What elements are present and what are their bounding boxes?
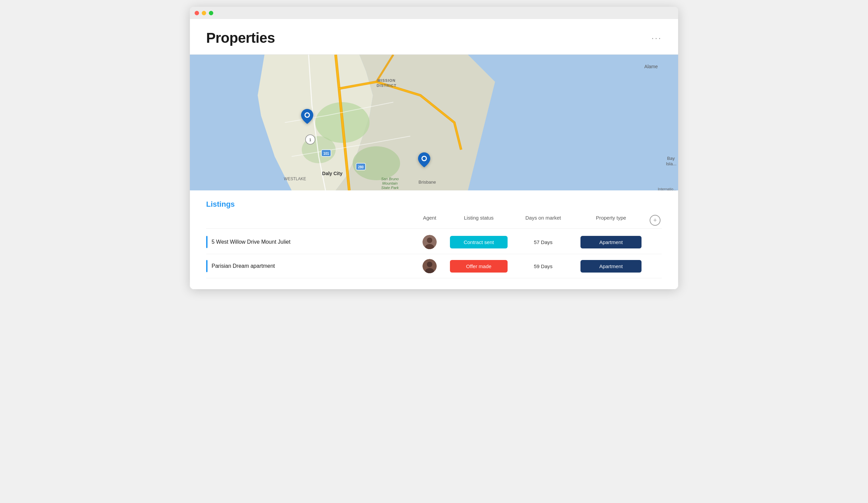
svg-text:Mountain: Mountain (382, 181, 397, 185)
days-cell: 59 Days (513, 263, 574, 269)
svg-text:Bay: Bay (667, 156, 675, 161)
status-cell: Offer made (445, 260, 513, 273)
col-prop-type: Property type (574, 215, 648, 226)
svg-point-30 (427, 238, 432, 243)
table-header: Agent Listing status Days on market Prop… (206, 215, 662, 229)
svg-marker-6 (468, 55, 678, 190)
table-row: 5 West Willow Drive Mount Juliet Contrac… (206, 230, 662, 254)
app-window: Properties ··· (190, 7, 678, 289)
svg-text:Daly City: Daly City (322, 171, 342, 176)
svg-text:101: 101 (323, 152, 329, 155)
table-row: Parisian Dream apartment Offer made 59 D… (206, 254, 662, 278)
status-cell: Contract sent (445, 236, 513, 249)
svg-text:State Park: State Park (381, 186, 399, 190)
svg-point-33 (427, 262, 432, 267)
add-listing-button[interactable]: + (650, 215, 661, 226)
titlebar (190, 7, 678, 19)
svg-text:MISSION: MISSION (378, 78, 395, 82)
maximize-button[interactable] (209, 11, 213, 15)
col-address (210, 215, 414, 226)
address-cell: 5 West Willow Drive Mount Juliet (206, 236, 414, 248)
address-cell: Parisian Dream apartment (206, 260, 414, 272)
avatar (423, 235, 437, 249)
svg-text:280: 280 (358, 165, 364, 169)
svg-text:Internatio...: Internatio... (658, 187, 676, 190)
status-badge: Contract sent (450, 236, 508, 249)
col-agent: Agent (414, 215, 445, 226)
agent-cell (414, 235, 445, 249)
minimize-button[interactable] (202, 11, 206, 15)
avatar (423, 259, 437, 273)
listings-title: Listings (206, 200, 662, 209)
svg-text:Brisbane: Brisbane (418, 180, 436, 185)
map-view[interactable]: 101 280 1 MISSION DISTRICT WESTLAKE Daly… (190, 55, 678, 190)
col-days: Days on market (513, 215, 574, 226)
property-type-badge: Apartment (580, 236, 641, 249)
listings-section: Listings Agent Listing status Days on ma… (190, 190, 678, 289)
svg-text:DISTRICT: DISTRICT (377, 83, 397, 88)
property-type-cell: Apartment (574, 260, 648, 273)
row-accent (206, 236, 207, 248)
property-type-badge: Apartment (580, 260, 641, 273)
svg-text:Isla...: Isla... (666, 161, 676, 166)
map-svg: 101 280 1 MISSION DISTRICT WESTLAKE Daly… (190, 55, 678, 190)
agent-cell (414, 259, 445, 273)
svg-point-28 (423, 157, 426, 160)
col-listing-status: Listing status (445, 215, 513, 226)
property-type-cell: Apartment (574, 236, 648, 249)
address-text: Parisian Dream apartment (211, 263, 275, 269)
svg-text:WESTLAKE: WESTLAKE (284, 177, 306, 181)
days-cell: 57 Days (513, 239, 574, 245)
address-text: 5 West Willow Drive Mount Juliet (211, 239, 291, 245)
svg-text:Alame: Alame (644, 64, 658, 69)
close-button[interactable] (195, 11, 199, 15)
more-options-button[interactable]: ··· (651, 33, 662, 43)
page-header: Properties ··· (190, 19, 678, 55)
svg-text:San Bruno: San Bruno (381, 177, 399, 181)
svg-text:1: 1 (309, 138, 311, 142)
svg-point-26 (306, 113, 309, 117)
map-pin-1[interactable] (301, 109, 313, 125)
col-add: + (648, 215, 662, 226)
page-title: Properties (206, 30, 275, 46)
row-accent (206, 260, 207, 272)
map-pin-2[interactable] (418, 152, 430, 169)
status-badge: Offer made (450, 260, 508, 273)
